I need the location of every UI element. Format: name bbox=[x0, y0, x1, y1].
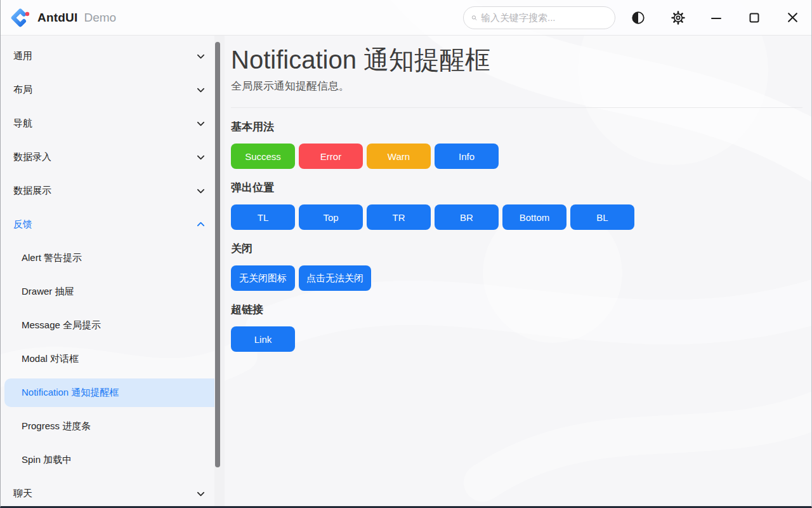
section-heading-hyperlink: 超链接 bbox=[231, 302, 802, 317]
antdui-logo-icon bbox=[11, 8, 30, 27]
sidebar-item-notification[interactable]: Notification 通知提醒框 bbox=[4, 378, 224, 407]
gear-icon bbox=[671, 10, 686, 25]
chevron-down-icon bbox=[196, 85, 206, 95]
theme-toggle-button[interactable] bbox=[625, 5, 651, 30]
close-icon bbox=[787, 11, 799, 23]
chevron-down-icon bbox=[196, 152, 206, 162]
demo-button-tr[interactable]: TR bbox=[367, 204, 431, 230]
demo-button-bottom[interactable]: Bottom bbox=[502, 204, 566, 230]
app-window: AntdUI Demo bbox=[0, 0, 812, 508]
chevron-down-icon bbox=[196, 119, 206, 128]
demo-button-top[interactable]: Top bbox=[299, 204, 363, 230]
sidebar-item-chat[interactable]: 聊天 bbox=[1, 477, 225, 508]
sidebar-item-navigation[interactable]: 导航 bbox=[1, 107, 225, 140]
app-title: AntdUI bbox=[37, 11, 77, 25]
button-row-close: 无关闭图标 点击无法关闭 bbox=[231, 265, 802, 291]
button-row-popup-position: TL Top TR BR Bottom BL bbox=[231, 204, 802, 230]
sidebar-item-modal[interactable]: Modal 对话框 bbox=[1, 342, 225, 376]
app-body: 通用 布局 导航 数据录入 bbox=[1, 36, 811, 508]
chevron-down-icon bbox=[196, 51, 206, 61]
section-heading-close: 关闭 bbox=[231, 241, 802, 256]
chevron-down-icon bbox=[196, 186, 206, 196]
demo-button-bl[interactable]: BL bbox=[570, 204, 634, 230]
section-heading-basic-usage: 基本用法 bbox=[231, 119, 802, 134]
sidebar-scrollbar-thumb[interactable] bbox=[215, 42, 220, 467]
half-circle-theme-icon bbox=[631, 11, 645, 25]
button-row-basic-usage: Success Error Warn Info bbox=[231, 144, 802, 169]
demo-button-info[interactable]: Info bbox=[435, 144, 499, 169]
sidebar-item-progress[interactable]: Progress 进度条 bbox=[1, 410, 225, 443]
demo-button-success[interactable]: Success bbox=[231, 144, 295, 169]
page-subtitle: 全局展示通知提醒信息。 bbox=[231, 79, 802, 93]
sidebar-item-feedback[interactable]: 反馈 bbox=[1, 208, 225, 241]
maximize-icon bbox=[749, 12, 760, 23]
chevron-down-icon bbox=[196, 489, 206, 498]
close-button[interactable] bbox=[780, 5, 805, 30]
app-title-suffix: Demo bbox=[84, 11, 116, 25]
sidebar-item-layout[interactable]: 布局 bbox=[1, 73, 225, 107]
sidebar: 通用 布局 导航 数据录入 bbox=[1, 36, 225, 508]
content-divider bbox=[231, 107, 802, 108]
section-heading-popup-position: 弹出位置 bbox=[231, 180, 802, 195]
demo-button-link[interactable]: Link bbox=[231, 326, 295, 352]
search-input[interactable] bbox=[481, 12, 607, 23]
demo-button-tl[interactable]: TL bbox=[231, 204, 295, 230]
search-icon bbox=[471, 13, 477, 23]
sidebar-item-drawer[interactable]: Drawer 抽屉 bbox=[1, 275, 225, 309]
sidebar-item-data-entry[interactable]: 数据录入 bbox=[1, 140, 225, 174]
main-content: Notification 通知提醒框 全局展示通知提醒信息。 基本用法 Succ… bbox=[225, 36, 811, 508]
sidebar-item-data-display[interactable]: 数据展示 bbox=[1, 174, 225, 208]
minimize-icon bbox=[710, 12, 722, 23]
button-row-hyperlink: Link bbox=[231, 326, 802, 352]
search-box[interactable] bbox=[463, 6, 615, 29]
sidebar-item-message[interactable]: Message 全局提示 bbox=[1, 309, 225, 342]
titlebar: AntdUI Demo bbox=[1, 0, 811, 36]
sidebar-item-general[interactable]: 通用 bbox=[1, 39, 225, 73]
sidebar-scrollbar-track[interactable] bbox=[214, 36, 225, 508]
page-title: Notification 通知提醒框 bbox=[231, 44, 802, 75]
minimize-button[interactable] bbox=[704, 5, 729, 30]
app-brand: AntdUI Demo bbox=[11, 8, 116, 27]
demo-button-no-close-icon[interactable]: 无关闭图标 bbox=[231, 265, 295, 291]
chevron-up-icon bbox=[196, 220, 206, 229]
maximize-button[interactable] bbox=[742, 5, 767, 30]
settings-button[interactable] bbox=[665, 5, 691, 30]
demo-button-error[interactable]: Error bbox=[299, 144, 363, 169]
demo-button-warn[interactable]: Warn bbox=[367, 144, 431, 169]
sidebar-item-alert[interactable]: Alert 警告提示 bbox=[1, 241, 225, 275]
demo-button-br[interactable]: BR bbox=[435, 204, 499, 230]
sidebar-item-spin[interactable]: Spin 加载中 bbox=[1, 443, 225, 477]
logo-red-dot bbox=[25, 11, 29, 15]
demo-button-cannot-click-close[interactable]: 点击无法关闭 bbox=[299, 265, 371, 291]
